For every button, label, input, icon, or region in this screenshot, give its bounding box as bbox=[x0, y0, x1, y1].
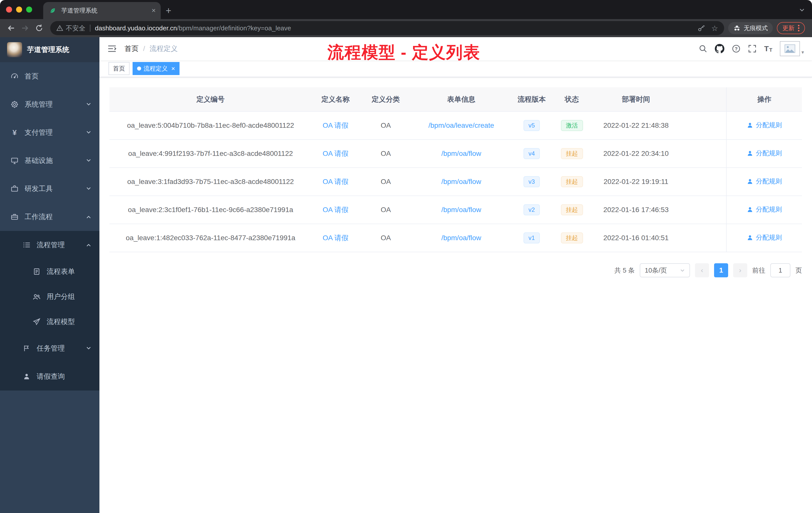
users-icon bbox=[32, 293, 41, 301]
user-icon bbox=[747, 178, 753, 185]
url-path: /bpm/manager/definition?key=oa_leave bbox=[177, 24, 291, 32]
column-header-gutter bbox=[681, 87, 726, 112]
definition-name-link[interactable]: OA 请假 bbox=[323, 178, 348, 185]
form-info-link[interactable]: /bpm/oa/flow bbox=[441, 234, 481, 242]
goto-page-input[interactable] bbox=[770, 263, 790, 277]
user-icon bbox=[747, 206, 753, 213]
assign-rule-link[interactable]: 分配规则 bbox=[747, 205, 782, 214]
back-button[interactable] bbox=[4, 21, 18, 35]
sidebar-item-system[interactable]: 系统管理 bbox=[0, 90, 99, 118]
assign-rule-link[interactable]: 分配规则 bbox=[747, 177, 782, 186]
table-row: oa_leave:4:991f2193-7b7f-11ec-a3c8-acde4… bbox=[110, 140, 802, 168]
sidebar-toggle-hamburger-icon[interactable] bbox=[108, 45, 116, 53]
definition-category: OA bbox=[359, 140, 412, 168]
minimize-window-button[interactable] bbox=[16, 6, 22, 12]
sidebar-item-process-form[interactable]: 流程表单 bbox=[0, 259, 99, 284]
browser-tab[interactable]: 芋道管理系统 × bbox=[43, 2, 161, 19]
browser-menu-icon[interactable] bbox=[798, 27, 800, 29]
app-navbar: 首页 / 流程定义 ? T bbox=[99, 37, 812, 60]
browser-toolbar: 不安全 dashboard.yudao.iocoder.cn/bpm/manag… bbox=[0, 19, 812, 37]
site-security-warning[interactable]: 不安全 bbox=[56, 24, 85, 33]
warning-triangle-icon bbox=[56, 25, 63, 32]
font-size-icon[interactable]: TT bbox=[764, 45, 772, 53]
goto-label: 前往 bbox=[752, 266, 765, 275]
incognito-label: 无痕模式 bbox=[744, 24, 768, 32]
sidebar-item-label: 请假查询 bbox=[37, 372, 65, 381]
tags-view-bar: 首页 流程定义 × bbox=[99, 60, 812, 77]
help-icon[interactable]: ? bbox=[732, 44, 741, 53]
definition-id: oa_leave:2:3c1f0ef1-76b1-11ec-9c66-a2380… bbox=[110, 196, 312, 224]
gear-icon bbox=[10, 100, 19, 109]
tab-close-icon[interactable]: × bbox=[152, 7, 156, 14]
flag-icon bbox=[22, 344, 31, 352]
sidebar-item-process-model[interactable]: 流程模型 bbox=[0, 309, 99, 334]
address-bar[interactable]: 不安全 dashboard.yudao.iocoder.cn/bpm/manag… bbox=[50, 21, 724, 35]
chevron-down-icon bbox=[86, 157, 91, 164]
tag-process-definition[interactable]: 流程定义 × bbox=[133, 62, 179, 75]
main-area: 首页 / 流程定义 ? T bbox=[99, 37, 812, 513]
table-header-row: 定义编号 定义名称 定义分类 表单信息 流程版本 状态 部署时间 操作 bbox=[110, 87, 802, 112]
definition-category: OA bbox=[359, 112, 412, 140]
definition-name-link[interactable]: OA 请假 bbox=[323, 150, 348, 157]
form-info-link[interactable]: /bpm/oa/flow bbox=[441, 150, 481, 157]
sidebar-item-label: 支付管理 bbox=[25, 128, 53, 137]
fullscreen-window-button[interactable] bbox=[26, 6, 32, 12]
assign-rule-link[interactable]: 分配规则 bbox=[747, 149, 782, 158]
yen-icon: ¥ bbox=[10, 129, 19, 136]
page-size-value: 10条/页 bbox=[645, 266, 667, 275]
page-number-button[interactable]: 1 bbox=[714, 263, 728, 277]
breadcrumb-home[interactable]: 首页 bbox=[124, 44, 139, 54]
tag-close-icon[interactable]: × bbox=[171, 65, 175, 72]
prev-page-button[interactable]: ‹ bbox=[695, 263, 709, 277]
fullscreen-icon[interactable] bbox=[748, 44, 756, 53]
update-label: 更新 bbox=[782, 24, 794, 32]
breadcrumb: 首页 / 流程定义 bbox=[124, 44, 178, 54]
page-size-select[interactable]: 10条/页 bbox=[640, 263, 690, 277]
sidebar-item-home[interactable]: 首页 bbox=[0, 62, 99, 90]
incognito-icon bbox=[733, 24, 741, 32]
forward-button[interactable] bbox=[18, 21, 32, 35]
form-info-link[interactable]: /bpm/oa/leave/create bbox=[428, 121, 494, 129]
reload-button[interactable] bbox=[32, 21, 46, 35]
password-key-icon[interactable] bbox=[697, 24, 705, 32]
assign-rule-link[interactable]: 分配规则 bbox=[747, 233, 782, 242]
close-window-button[interactable] bbox=[6, 6, 12, 12]
bookmark-star-icon[interactable]: ☆ bbox=[711, 24, 718, 33]
tag-home[interactable]: 首页 bbox=[109, 62, 129, 75]
status-badge: 激活 bbox=[561, 120, 583, 131]
user-avatar[interactable]: ▾ bbox=[780, 41, 804, 56]
assign-rule-link[interactable]: 分配规则 bbox=[747, 121, 782, 129]
definition-id: oa_leave:1:482ec033-762a-11ec-8477-a2380… bbox=[110, 224, 312, 252]
workflow-icon bbox=[10, 213, 19, 221]
deploy-time: 2022-01-22 20:34:10 bbox=[591, 140, 682, 168]
sidebar-item-label: 首页 bbox=[25, 71, 39, 81]
search-icon[interactable] bbox=[699, 44, 707, 53]
user-icon bbox=[747, 234, 753, 241]
chrome-update-button[interactable]: 更新 bbox=[777, 22, 805, 34]
sidebar-item-user-group[interactable]: 用户分组 bbox=[0, 284, 99, 309]
tab-search-chevron-icon[interactable] bbox=[799, 5, 805, 15]
sidebar-item-process-management[interactable]: 流程管理 bbox=[0, 231, 99, 259]
deploy-time: 2022-01-16 01:40:51 bbox=[591, 224, 682, 252]
next-page-button[interactable]: › bbox=[733, 263, 747, 277]
new-tab-button[interactable]: + bbox=[161, 2, 176, 19]
definition-name-link[interactable]: OA 请假 bbox=[323, 206, 348, 214]
form-info-link[interactable]: /bpm/oa/flow bbox=[441, 206, 481, 214]
sidebar-item-leave-query[interactable]: 请假查询 bbox=[0, 362, 99, 391]
version-badge: v5 bbox=[523, 120, 540, 131]
sidebar-item-devtools[interactable]: 研发工具 bbox=[0, 175, 99, 203]
column-header-actions: 操作 bbox=[726, 87, 802, 112]
sidebar-item-label: 基础设施 bbox=[25, 156, 53, 165]
version-badge: v4 bbox=[523, 148, 540, 159]
sidebar-item-workflow[interactable]: 工作流程 bbox=[0, 203, 99, 231]
definition-name-link[interactable]: OA 请假 bbox=[323, 234, 348, 242]
sidebar-item-task-management[interactable]: 任务管理 bbox=[0, 334, 99, 362]
form-info-link[interactable]: /bpm/oa/flow bbox=[441, 178, 481, 185]
sidebar-item-infrastructure[interactable]: 基础设施 bbox=[0, 147, 99, 175]
sidebar-item-payment[interactable]: ¥ 支付管理 bbox=[0, 118, 99, 147]
sidebar-logo[interactable]: 芋道管理系统 bbox=[0, 37, 99, 62]
github-icon[interactable] bbox=[715, 44, 724, 54]
definition-name-link[interactable]: OA 请假 bbox=[323, 121, 348, 129]
avatar-caret-icon: ▾ bbox=[802, 48, 804, 56]
app-root: 芋道管理系统 首页 系统管理 ¥ 支付管理 bbox=[0, 37, 812, 513]
